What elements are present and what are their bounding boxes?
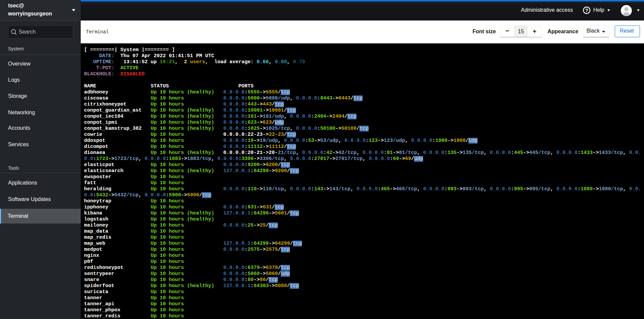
svg-text:?: ? [585, 7, 588, 13]
